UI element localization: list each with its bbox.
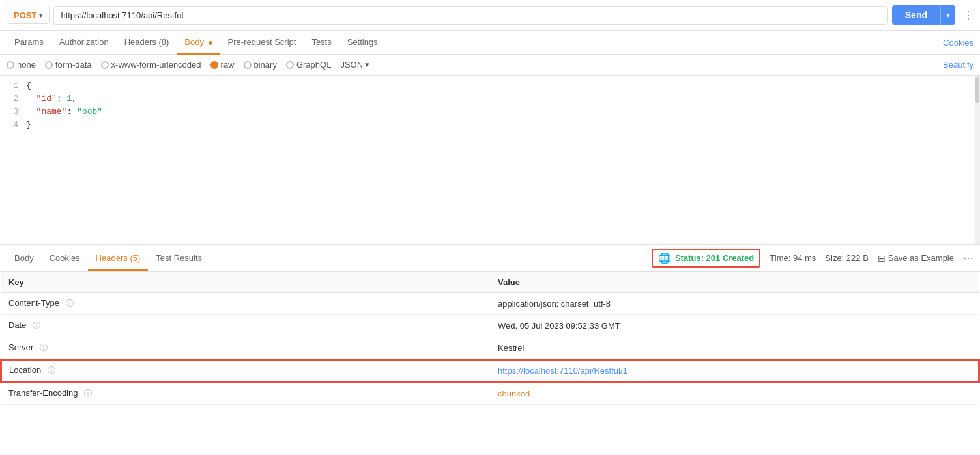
time-label: Time: 94 ms [770,253,816,263]
response-status-area: 🌐 Status: 201 Created Time: 94 ms Size: … [652,245,973,271]
body-option-none-label: none [17,60,36,70]
send-dropdown-button[interactable]: ▾ [940,5,955,25]
value-location: https://localhost:7110/api/Restful/1 [490,359,979,382]
json-format-label: JSON [340,60,363,70]
response-tabs-bar: Body Cookies Headers (5) Test Results 🌐 … [0,245,980,272]
size-label: Size: 222 B [825,253,869,263]
value-content-type: application/json; charset=utf-8 [490,293,979,315]
editor-scrollbar[interactable] [975,76,980,244]
method-chevron-icon: ▾ [39,12,42,19]
table-row: Transfer-Encoding ⓘ chunked [1,382,979,405]
response-more-options-icon[interactable]: ⋯ [963,252,973,264]
body-option-urlencoded-label: x-www-form-urlencoded [111,60,201,70]
body-option-graphql[interactable]: GraphQL [286,60,331,70]
tab-tests[interactable]: Tests [304,31,339,55]
col-header-value: Value [490,272,979,293]
tab-prerequest[interactable]: Pre-request Script [220,31,304,55]
json-format-select[interactable]: JSON ▾ [340,60,369,70]
code-line-2: 2 "id": 1, [0,94,980,107]
value-date: Wed, 05 Jul 2023 09:52:33 GMT [490,315,979,337]
radio-urlencoded-icon [101,61,109,69]
cookies-link[interactable]: Cookies [943,38,973,48]
radio-formdata-icon [45,61,53,69]
body-option-formdata-label: form-data [55,60,92,70]
response-table: Key Value Content-Type ⓘ application/jso… [0,272,980,405]
tab-authorization[interactable]: Authorization [51,31,117,55]
tab-settings[interactable]: Settings [339,31,386,55]
request-tabs: Params Authorization Headers (8) Body Pr… [0,31,980,55]
table-row-location: Location ⓘ https://localhost:7110/api/Re… [1,359,979,382]
tab-headers[interactable]: Headers (8) [117,31,177,55]
url-bar: POST ▾ Send ▾ ⋮ [0,0,980,31]
method-select[interactable]: POST ▾ [7,7,50,24]
value-transfer-encoding: chunked [490,382,979,405]
code-line-3: 3 "name": "bob" [0,107,980,120]
table-row: Date ⓘ Wed, 05 Jul 2023 09:52:33 GMT [1,315,979,337]
response-table-wrapper: Key Value Content-Type ⓘ application/jso… [0,272,980,405]
key-transfer-encoding: Transfer-Encoding [8,388,78,398]
save-as-example-button[interactable]: ⊟ Save as Example [878,253,954,264]
col-header-key: Key [1,272,490,293]
value-server: Kestrel [490,337,979,360]
info-icon-transfer-encoding[interactable]: ⓘ [84,389,92,398]
globe-icon: 🌐 [658,252,671,264]
body-option-none[interactable]: none [7,60,36,70]
tab-response-body[interactable]: Body [7,247,42,271]
info-icon-date[interactable]: ⓘ [33,321,40,330]
code-line-4: 4 } [0,120,980,133]
json-chevron-icon: ▾ [365,60,369,70]
radio-raw-icon [210,61,218,69]
table-row: Server ⓘ Kestrel [1,337,979,360]
tab-response-testresults[interactable]: Test Results [148,247,210,271]
radio-graphql-icon [286,61,294,69]
body-dot-indicator [209,41,212,45]
send-button[interactable]: Send [892,5,940,25]
radio-none-icon [7,61,14,69]
code-line-1: 1 { [0,81,980,94]
body-option-raw[interactable]: raw [210,60,235,70]
tab-response-cookies[interactable]: Cookies [42,247,88,271]
tab-params[interactable]: Params [7,31,51,55]
body-option-graphql-label: GraphQL [296,60,331,70]
body-option-binary[interactable]: binary [244,60,277,70]
body-option-binary-label: binary [254,60,277,70]
body-option-urlencoded[interactable]: x-www-form-urlencoded [101,60,201,70]
info-icon-server[interactable]: ⓘ [40,343,48,352]
code-editor[interactable]: 1 { 2 "id": 1, 3 "name": "bob" 4 } [0,76,980,245]
method-label: POST [14,10,36,20]
info-icon-location[interactable]: ⓘ [48,366,55,375]
send-btn-group: Send ▾ [892,5,955,25]
info-icon-content-type[interactable]: ⓘ [66,299,74,308]
status-highlight-box: 🌐 Status: 201 Created [652,249,760,268]
key-date: Date [8,320,26,330]
body-options: none form-data x-www-form-urlencoded raw… [0,55,980,76]
beautify-button[interactable]: Beautify [943,60,973,70]
headers-badge: (5) [130,253,140,263]
key-server: Server [8,342,33,352]
tab-response-headers[interactable]: Headers (5) [88,247,149,271]
save-icon: ⊟ [878,253,886,264]
body-option-formdata[interactable]: form-data [45,60,92,70]
editor-scrollbar-thumb [975,77,979,103]
body-option-raw-label: raw [221,60,235,70]
tab-body[interactable]: Body [177,31,220,55]
key-location: Location [9,365,41,375]
key-content-type: Content-Type [8,298,59,308]
more-options-icon[interactable]: ⋮ [963,9,973,21]
table-row: Content-Type ⓘ application/json; charset… [1,293,979,315]
status-label: Status: 201 Created [675,253,754,263]
url-input[interactable] [53,6,887,25]
radio-binary-icon [244,61,252,69]
save-example-label: Save as Example [888,253,954,263]
